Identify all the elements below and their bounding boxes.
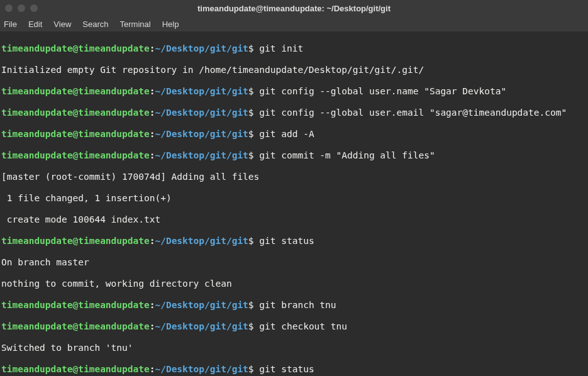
prompt-path: ~/Desktop/git/git [155, 129, 248, 139]
command: git branch tnu [259, 300, 336, 310]
menu-view[interactable]: View [53, 19, 71, 30]
titlebar: timeandupdate@timeandupdate: ~/Desktop/g… [0, 0, 588, 16]
menu-search[interactable]: Search [82, 19, 108, 30]
prompt-path: ~/Desktop/git/git [155, 43, 248, 53]
maximize-icon[interactable] [30, 4, 38, 12]
output: On branch master [0, 257, 588, 268]
prompt-path: ~/Desktop/git/git [155, 108, 248, 118]
output: create mode 100644 index.txt [0, 214, 588, 225]
menu-help[interactable]: Help [162, 19, 179, 30]
menubar: File Edit View Search Terminal Help [0, 16, 588, 31]
command: git add -A [259, 129, 314, 139]
prompt-path: ~/Desktop/git/git [155, 86, 248, 96]
command: git status [259, 364, 314, 374]
prompt-user: timeandupdate@timeandupdate [1, 364, 150, 374]
prompt-user: timeandupdate@timeandupdate [1, 321, 150, 331]
prompt-user: timeandupdate@timeandupdate [1, 129, 150, 139]
command: git config --global user.name "Sagar Dev… [259, 86, 506, 96]
window-controls [5, 4, 38, 12]
prompt-user: timeandupdate@timeandupdate [1, 300, 150, 310]
minimize-icon[interactable] [18, 4, 25, 12]
prompt-path: ~/Desktop/git/git [155, 364, 248, 374]
output: nothing to commit, working directory cle… [0, 279, 588, 289]
window-title: timeandupdate@timeandupdate: ~/Desktop/g… [197, 3, 391, 14]
command: git checkout tnu [259, 321, 347, 331]
command: git commit -m "Adding all files" [259, 150, 435, 160]
prompt-path: ~/Desktop/git/git [155, 321, 248, 331]
command: git config --global user.email "sagar@ti… [259, 108, 567, 118]
prompt-path: ~/Desktop/git/git [155, 236, 248, 246]
menu-file[interactable]: File [4, 19, 17, 30]
command: git status [259, 236, 314, 246]
prompt-path: ~/Desktop/git/git [155, 150, 248, 160]
menu-terminal[interactable]: Terminal [120, 19, 151, 30]
menu-edit[interactable]: Edit [28, 19, 42, 30]
output: 1 file changed, 1 insertion(+) [0, 193, 588, 204]
output: Switched to branch 'tnu' [0, 343, 588, 353]
prompt-user: timeandupdate@timeandupdate [1, 108, 150, 118]
close-icon[interactable] [5, 4, 13, 12]
command: git init [259, 43, 303, 53]
output: [master (root-commit) 170074d] Adding al… [0, 172, 588, 182]
output: Initialized empty Git repository in /hom… [0, 65, 588, 75]
terminal-area[interactable]: timeandupdate@timeandupdate:~/Desktop/gi… [0, 31, 588, 376]
prompt-path: ~/Desktop/git/git [155, 300, 248, 310]
prompt-user: timeandupdate@timeandupdate [1, 43, 150, 53]
prompt-user: timeandupdate@timeandupdate [1, 150, 150, 160]
prompt-user: timeandupdate@timeandupdate [1, 86, 150, 96]
prompt-user: timeandupdate@timeandupdate [1, 236, 150, 246]
